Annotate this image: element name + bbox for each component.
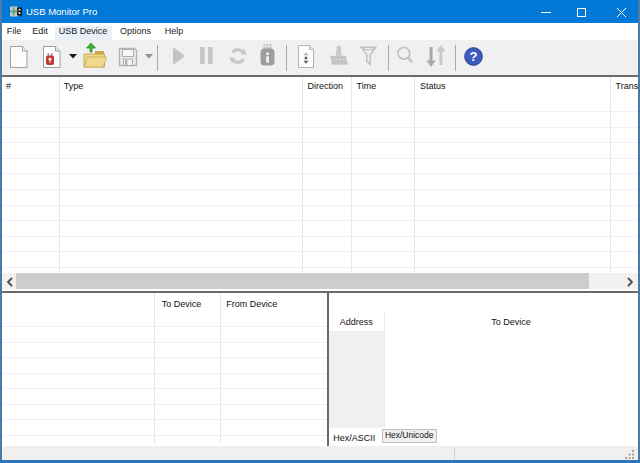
svg-text:?: ? (470, 49, 478, 64)
